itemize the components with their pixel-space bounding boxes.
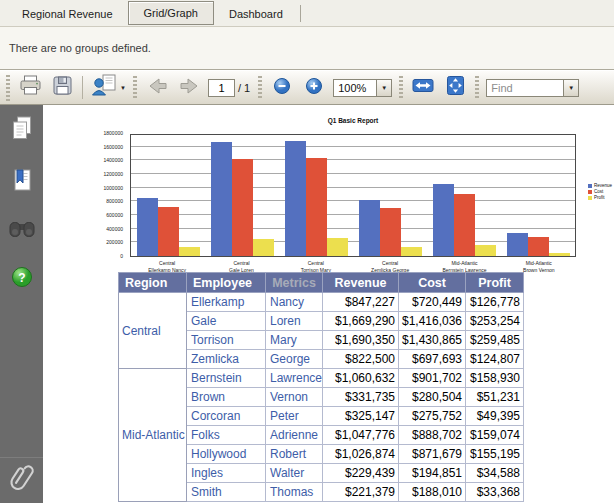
metric-value-cell: $158,930 [466,369,524,388]
bar-group [501,135,575,256]
previous-page-button[interactable] [142,74,172,102]
y-tick-label: 600000 [106,213,123,218]
bar-cost [232,159,253,256]
legend-label: Profit [594,196,605,201]
column-header-region: Region [119,273,187,293]
bar-cost [158,207,179,256]
content-area: ? Q1 Basic Report [0,105,614,503]
page-number-input[interactable] [208,79,235,97]
zoom-in-button[interactable] [299,74,329,102]
toolbar-grip[interactable] [133,76,137,100]
toolbar-grip[interactable] [399,76,403,100]
employee-name-cell: Ingles [187,464,266,483]
find-combo: ▼ [486,79,579,97]
metric-value-cell: $1,690,350 [323,331,399,350]
y-tick-label: 200000 [106,240,123,245]
region-cell: Mid-Atlantic [119,369,187,502]
zoom-level-dropdown-button[interactable]: ▼ [377,79,392,97]
zoom-level-combo[interactable]: 100% ▼ [333,79,392,97]
viewer-sidebar: ? [0,105,43,503]
zoom-level-value[interactable]: 100% [333,79,377,97]
bar-revenue [507,233,528,256]
fit-page-button[interactable] [440,74,470,102]
metric-value-cell: $259,485 [466,331,524,350]
table-of-contents-button[interactable] [11,116,33,145]
column-header-employee: Employee [187,273,266,293]
bar-group [205,135,279,256]
fit-width-button[interactable] [408,74,438,102]
employee-name-cell: Hollywood [187,445,266,464]
find-dropdown-button[interactable]: ▼ [564,79,579,97]
employee-name-cell: Robert [266,445,323,464]
metric-value-cell: $1,669,290 [323,312,399,331]
employee-name-cell: Bernstein [187,369,266,388]
next-page-icon [178,77,201,99]
paperclip-icon [9,463,35,499]
employee-name-cell: George [266,350,323,369]
tabs-container: Regional RevenueGrid/GraphDashboard [7,1,298,26]
tab-regional-revenue[interactable]: Regional Revenue [7,3,128,25]
printer-icon [19,75,42,100]
toolbar-grip[interactable] [6,75,10,101]
legend-swatch [588,196,592,200]
tab-dashboard[interactable]: Dashboard [214,3,298,25]
employee-name-cell: Brown [187,388,266,407]
export-button[interactable]: ▼ [88,74,128,102]
report-viewer-window: Regional RevenueGrid/GraphDashboard Ther… [0,0,614,504]
bar-revenue [285,141,306,257]
employee-name-cell: Adrienne [266,426,323,445]
column-header-cost: Cost [399,273,466,293]
metric-value-cell: $331,735 [323,388,399,407]
metric-value-cell: $221,379 [323,483,399,502]
save-button[interactable] [47,74,77,102]
document-page: Q1 Basic Report 020000040000060000080000… [43,105,614,503]
metric-value-cell: $888,702 [399,426,466,445]
metric-value-cell: $720,449 [399,293,466,312]
fit-width-icon [412,76,434,99]
metric-value-cell: $822,500 [323,350,399,369]
bar-profit [179,247,200,256]
chart-legend: RevenueCostProfit [587,183,613,203]
toolbar-separator [82,76,83,99]
toolbar-grip[interactable] [475,76,479,100]
help-icon: ? [11,274,33,291]
metric-value-cell: $1,416,036 [399,312,466,331]
report-grid: RegionEmployeeMetricsRevenueCostProfit C… [118,272,524,502]
bar-revenue [433,184,454,256]
column-header-profit: Profit [466,273,524,293]
legend-item-profit: Profit [588,196,612,201]
chart-plot-area [130,134,576,257]
bookmarks-button[interactable] [11,168,33,197]
chart-y-axis-labels: 0200000400000600000800000100000012000001… [88,134,126,257]
metric-value-cell: $1,047,776 [323,426,399,445]
employee-name-cell: Mary [266,331,323,350]
attachments-button[interactable] [0,457,43,503]
employee-name-cell: Gale [187,312,266,331]
metric-value-cell: $871,679 [399,445,466,464]
next-page-button[interactable] [174,74,204,102]
bar-profit [549,253,570,257]
find-input[interactable] [486,79,564,97]
toolbar-grip[interactable] [258,76,262,100]
legend-swatch [588,190,592,194]
employee-name-cell: Zemlicka [187,350,266,369]
metric-value-cell: $253,254 [466,312,524,331]
search-button[interactable] [9,220,35,243]
fit-page-icon [445,75,466,100]
metric-value-cell: $126,778 [466,293,524,312]
svg-text:?: ? [18,271,25,285]
save-icon [52,75,73,100]
tab-grid-graph[interactable]: Grid/Graph [128,1,214,25]
metric-value-cell: $194,851 [399,464,466,483]
metric-value-cell: $697,693 [399,350,466,369]
metric-value-cell: $1,430,865 [399,331,466,350]
help-button[interactable]: ? [11,266,33,292]
bar-cost [454,194,475,256]
print-button[interactable] [15,74,45,102]
employee-name-cell: Corcoran [187,407,266,426]
export-dropdown-caret: ▼ [120,85,126,91]
metric-value-cell: $325,147 [323,407,399,426]
zoom-out-button[interactable] [267,74,297,102]
metric-value-cell: $1,026,874 [323,445,399,464]
bar-group [279,135,353,256]
